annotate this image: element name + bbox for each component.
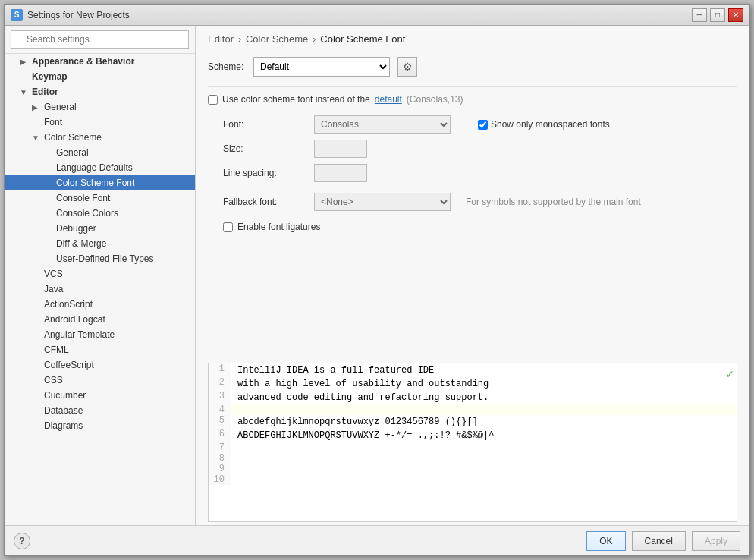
sidebar-item-font[interactable]: Font — [5, 115, 195, 130]
sidebar-item-vcs[interactable]: VCS — [5, 266, 195, 282]
maximize-button[interactable]: □ — [710, 8, 725, 22]
tree-arrow — [32, 376, 41, 385]
bottom-bar: ? OK Cancel Apply — [5, 525, 749, 555]
sidebar-item-coffeescript[interactable]: CoffeeScript — [5, 357, 195, 373]
breadcrumb-editor: Editor — [208, 33, 234, 45]
line-text-6: ABCDEFGHIJKLMNOPQRSTUVWXYZ +-*/= .,;:!? … — [231, 429, 737, 442]
app-icon: S — [11, 9, 23, 21]
sidebar-item-appearance[interactable]: ▶ Appearance & Behavior — [5, 54, 195, 69]
gear-button[interactable]: ⚙ — [397, 57, 417, 77]
tree-arrow — [32, 392, 41, 400]
show-mono-label: Show only monospaced fonts — [491, 119, 610, 130]
window-controls: ─ □ ✕ — [692, 8, 743, 22]
sidebar-item-database[interactable]: Database — [5, 403, 195, 418]
sidebar-item-debugger[interactable]: Debugger — [5, 221, 195, 236]
sidebar-item-diff-merge[interactable]: Diff & Merge — [5, 236, 195, 251]
ligatures-row: Enable font ligatures — [223, 222, 737, 232]
sidebar-item-css[interactable]: CSS — [5, 373, 195, 388]
tree-arrow — [32, 300, 41, 309]
line-number-1: 1 — [209, 363, 231, 377]
show-mono-checkbox[interactable] — [478, 120, 488, 130]
tree-arrow — [32, 422, 41, 430]
sidebar-item-color-scheme-font[interactable]: Color Scheme Font — [5, 175, 195, 190]
breadcrumb-current: Color Scheme Font — [320, 33, 405, 45]
ligatures-label: Enable font ligatures — [237, 222, 320, 232]
font-section: Font: Consolas Show only monospaced font… — [223, 115, 737, 182]
tree-arrow — [44, 225, 53, 233]
sidebar-item-language-defaults[interactable]: Language Defaults — [5, 160, 195, 175]
tree-arrow — [32, 361, 41, 370]
use-color-scheme-checkbox[interactable] — [208, 95, 218, 105]
tree-arrow — [44, 149, 53, 157]
search-box: 🔍 — [5, 26, 195, 54]
help-button[interactable]: ? — [14, 533, 30, 549]
line-spacing-input[interactable]: 1.2 — [314, 164, 367, 182]
preview-line-3: 3 advanced code editing and refactoring … — [209, 391, 737, 404]
line-number-10: 10 — [209, 474, 231, 485]
preview-line-4: 4 — [209, 404, 737, 415]
breadcrumb-arrow-2: › — [313, 34, 316, 45]
preview-lines: 1 IntelliJ IDEA is a full-featured IDE 2… — [209, 363, 737, 485]
sidebar-item-java[interactable]: Java — [5, 282, 195, 297]
gear-icon: ⚙ — [403, 61, 413, 73]
sidebar-item-diagrams[interactable]: Diagrams — [5, 418, 195, 433]
line-text-7 — [231, 442, 737, 453]
preview-line-7: 7 — [209, 442, 737, 453]
line-spacing-label: Line spacing: — [223, 164, 306, 182]
sidebar-item-android-logcat[interactable]: Android Logcat — [5, 312, 195, 327]
font-label: Font: — [223, 115, 306, 134]
apply-button[interactable]: Apply — [692, 531, 740, 551]
ligatures-checkbox[interactable] — [223, 222, 233, 232]
settings-window: S Settings for New Projects ─ □ ✕ 🔍 ▶ Ap… — [4, 4, 750, 556]
scheme-select[interactable]: Default — [253, 57, 390, 77]
line-text-9 — [231, 464, 737, 474]
scheme-label: Scheme: — [208, 61, 246, 72]
close-button[interactable]: ✕ — [728, 8, 743, 22]
sidebar-item-cfml[interactable]: CFML — [5, 342, 195, 357]
tree-arrow — [32, 316, 41, 324]
cancel-button[interactable]: Cancel — [632, 531, 686, 551]
sidebar-item-general[interactable]: ▶ General — [5, 99, 195, 115]
minimize-button[interactable]: ─ — [692, 8, 707, 22]
ok-button[interactable]: OK — [586, 531, 625, 551]
tree-arrow — [32, 407, 41, 415]
tree-arrow: ▼ — [20, 88, 29, 96]
size-input[interactable]: 13 — [314, 140, 367, 158]
search-input[interactable] — [11, 30, 189, 49]
sidebar-item-cs-general[interactable]: General — [5, 145, 195, 160]
breadcrumb-color-scheme: Color Scheme — [246, 33, 308, 45]
tree-arrow: ▶ — [32, 103, 41, 112]
fallback-font-select[interactable]: <None> — [314, 193, 451, 211]
divider-1 — [208, 86, 737, 87]
tree-arrow — [32, 346, 41, 354]
line-text-1: IntelliJ IDEA is a full-featured IDE — [231, 363, 737, 377]
sidebar-item-actionscript[interactable]: ActionScript — [5, 297, 195, 312]
sidebar-item-color-scheme[interactable]: ▼ Color Scheme — [5, 130, 195, 145]
default-hint: (Consolas,13) — [407, 94, 463, 105]
line-text-10 — [231, 474, 737, 485]
sidebar-item-keymap[interactable]: Keymap — [5, 69, 195, 84]
sidebar-item-cucumber[interactable]: Cucumber — [5, 388, 195, 403]
preview-line-9: 9 — [209, 464, 737, 474]
sidebar-item-console-font[interactable]: Console Font — [5, 190, 195, 206]
main-panel: Editor › Color Scheme › Color Scheme Fon… — [196, 26, 749, 525]
sidebar-item-user-defined[interactable]: User-Defined File Types — [5, 251, 195, 266]
line-text-2: with a high level of usability and outst… — [231, 377, 737, 391]
tree-arrow: ▶ — [20, 58, 29, 66]
tree-arrow — [20, 73, 29, 81]
use-color-scheme-text: Use color scheme font instead of the — [222, 94, 370, 105]
default-link[interactable]: default — [375, 94, 402, 105]
breadcrumb-arrow-1: › — [238, 34, 241, 45]
tree-arrow — [32, 118, 41, 127]
sidebar: 🔍 ▶ Appearance & Behavior Keymap ▼ Edito… — [5, 26, 196, 525]
tree-arrow — [44, 209, 53, 218]
tree-arrow — [44, 255, 53, 263]
sidebar-item-angular-template[interactable]: Angular Template — [5, 327, 195, 342]
line-number-4: 4 — [209, 404, 231, 415]
fallback-hint: For symbols not supported by the main fo… — [466, 197, 641, 207]
font-select[interactable]: Consolas — [314, 115, 451, 134]
preview-line-1: 1 IntelliJ IDEA is a full-featured IDE — [209, 363, 737, 377]
sidebar-item-editor[interactable]: ▼ Editor — [5, 84, 195, 99]
line-number-7: 7 — [209, 442, 231, 453]
sidebar-item-console-colors[interactable]: Console Colors — [5, 206, 195, 221]
